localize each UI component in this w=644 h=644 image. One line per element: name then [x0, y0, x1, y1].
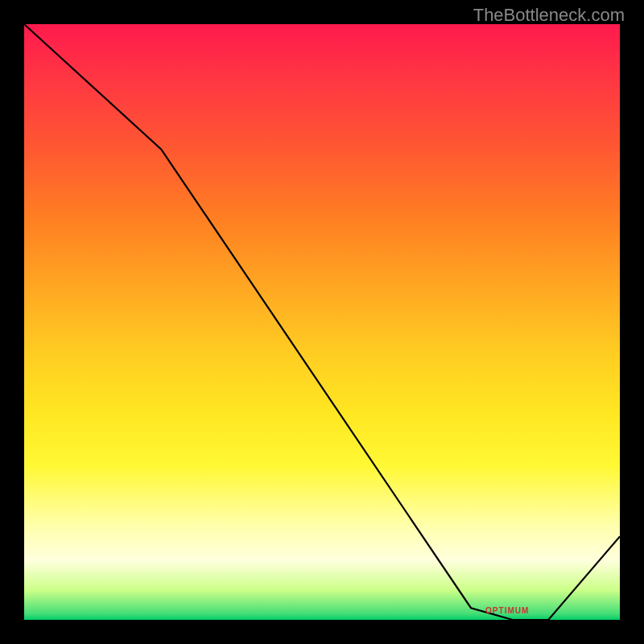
bottleneck-curve: [24, 24, 620, 620]
watermark-text: TheBottleneck.com: [473, 5, 625, 26]
chart-svg: OPTIMUM: [24, 24, 620, 620]
optimum-label: OPTIMUM: [485, 606, 529, 615]
